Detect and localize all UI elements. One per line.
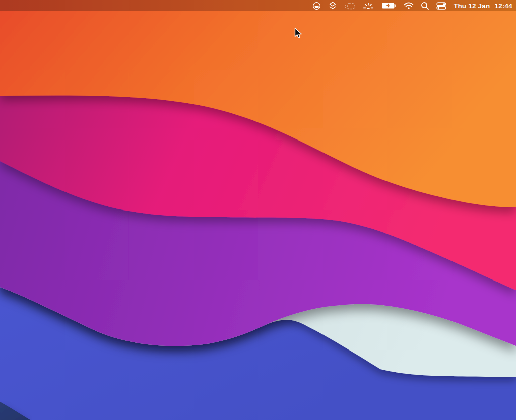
sunrise-icon[interactable] xyxy=(362,0,374,11)
clock-time: 12:44 xyxy=(494,2,512,10)
spotlight-search-icon[interactable] xyxy=(421,0,429,11)
wifi-icon[interactable] xyxy=(404,0,414,11)
layers-icon[interactable] xyxy=(328,0,337,11)
control-center-icon[interactable] xyxy=(436,0,446,11)
amphetamine-icon[interactable] xyxy=(312,0,321,11)
wallpaper xyxy=(0,0,516,420)
menu-bar: Thu 12 Jan 12:44 xyxy=(0,0,516,11)
screen-capture-icon[interactable] xyxy=(344,0,355,11)
menu-bar-status-tray: Thu 12 Jan 12:44 xyxy=(312,0,512,11)
battery-charging-icon[interactable] xyxy=(381,0,397,11)
clock-date: Thu 12 Jan xyxy=(454,2,490,10)
menu-bar-clock[interactable]: Thu 12 Jan 12:44 xyxy=(454,2,512,10)
desktop: Thu 12 Jan 12:44 xyxy=(0,0,516,420)
